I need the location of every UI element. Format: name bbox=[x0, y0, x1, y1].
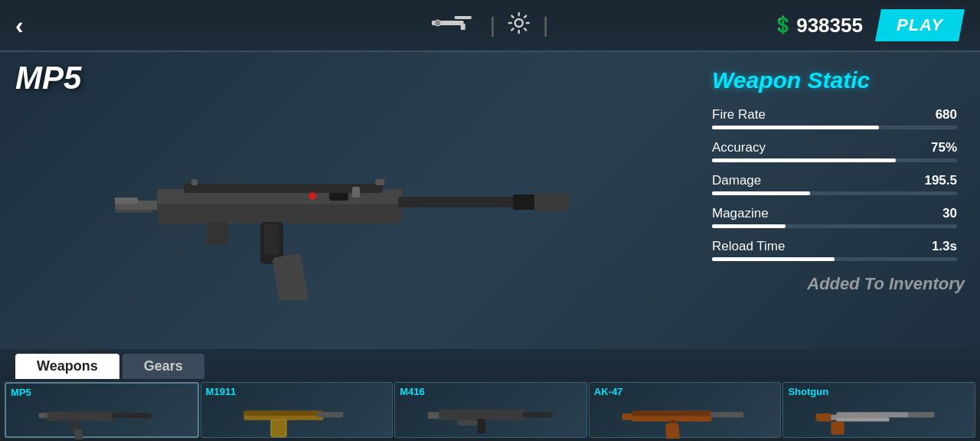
weapon-card-ak47[interactable]: AK-47 bbox=[589, 382, 782, 438]
svg-rect-46 bbox=[837, 412, 910, 417]
svg-rect-16 bbox=[207, 222, 228, 245]
weapon-card-m1911[interactable]: M1911 bbox=[201, 382, 394, 438]
weapon-card-image bbox=[788, 399, 970, 439]
svg-rect-6 bbox=[115, 210, 153, 213]
tabs-container: Weapons Gears bbox=[0, 349, 980, 379]
svg-rect-49 bbox=[908, 412, 935, 417]
stat-value: 30 bbox=[942, 206, 957, 221]
stat-bar-bg bbox=[712, 158, 957, 162]
currency-display: 💲 938355 bbox=[773, 14, 863, 38]
svg-rect-14 bbox=[264, 224, 279, 254]
svg-point-3 bbox=[435, 20, 441, 26]
bottom-section: Weapons Gears MP5 M1911 bbox=[0, 349, 980, 441]
weapon-card-image bbox=[400, 399, 582, 439]
stat-bar-fill bbox=[712, 191, 810, 195]
svg-rect-40 bbox=[632, 411, 711, 416]
tab-gears[interactable]: Gears bbox=[122, 354, 204, 379]
svg-rect-18 bbox=[191, 179, 198, 185]
weapon-name: MP5 bbox=[15, 60, 81, 96]
svg-rect-43 bbox=[665, 423, 681, 439]
svg-rect-20 bbox=[352, 187, 360, 198]
svg-rect-35 bbox=[523, 412, 553, 417]
header-divider2: | bbox=[543, 13, 548, 38]
weapon-card-image bbox=[594, 399, 776, 439]
main-area: MP5 bbox=[0, 52, 980, 349]
weapon-card-m416[interactable]: M416 bbox=[394, 382, 587, 438]
weapon-card-name: M416 bbox=[400, 386, 582, 397]
svg-rect-29 bbox=[243, 411, 323, 416]
gear-icon[interactable] bbox=[508, 11, 531, 40]
svg-rect-48 bbox=[831, 421, 844, 434]
svg-rect-34 bbox=[439, 410, 525, 420]
stat-label: Reload Time bbox=[712, 239, 785, 254]
tab-weapons[interactable]: Weapons bbox=[15, 354, 119, 379]
svg-rect-25 bbox=[112, 413, 152, 418]
weapons-grid: MP5 M1911 bbox=[0, 379, 980, 441]
stat-bar-bg bbox=[712, 257, 957, 261]
stat-bar-fill bbox=[712, 126, 879, 129]
svg-rect-41 bbox=[710, 412, 743, 417]
stat-bar-bg bbox=[712, 191, 957, 195]
header-center: | | bbox=[432, 11, 549, 40]
weapon-card-mp5[interactable]: MP5 bbox=[5, 382, 199, 438]
weapon-card-image bbox=[11, 400, 193, 439]
header-left: ‹ bbox=[15, 11, 24, 40]
weapon-card-image bbox=[206, 399, 388, 439]
svg-rect-23 bbox=[38, 413, 48, 418]
stat-value: 75% bbox=[931, 140, 957, 155]
currency-icon: 💲 bbox=[773, 15, 793, 35]
stat-bar-fill bbox=[712, 257, 835, 261]
weapon-card-name: MP5 bbox=[11, 387, 193, 398]
weapon-image bbox=[107, 116, 582, 300]
stat-bar-fill bbox=[712, 158, 896, 162]
stat-bar-bg bbox=[712, 224, 957, 228]
currency-value: 938355 bbox=[796, 14, 863, 38]
svg-rect-7 bbox=[115, 198, 138, 204]
svg-rect-44 bbox=[816, 413, 833, 421]
weapon-card-name: AK-47 bbox=[594, 386, 776, 397]
svg-point-4 bbox=[515, 19, 523, 27]
stat-accuracy: Accuracy 75% bbox=[712, 140, 957, 162]
svg-rect-47 bbox=[837, 417, 890, 421]
stat-magazine: Magazine 30 bbox=[712, 206, 957, 228]
weapon-card-name: M1911 bbox=[206, 386, 388, 397]
svg-rect-37 bbox=[458, 420, 478, 426]
gun-icon bbox=[432, 13, 478, 38]
svg-rect-27 bbox=[74, 429, 83, 439]
weapon-display bbox=[0, 52, 689, 349]
weapon-card-name: Shotgun bbox=[788, 386, 970, 397]
stats-title: Weapon Static bbox=[712, 67, 957, 93]
header-divider: | bbox=[490, 13, 495, 38]
svg-rect-2 bbox=[461, 24, 466, 30]
svg-rect-12 bbox=[513, 194, 536, 210]
stat-reload-time: Reload Time 1.3s bbox=[712, 239, 957, 261]
stat-label: Accuracy bbox=[712, 140, 766, 155]
svg-rect-21 bbox=[329, 193, 348, 201]
header: ‹ | | 💲 938355 PLAY bbox=[0, 0, 980, 52]
stat-value: 680 bbox=[936, 107, 957, 122]
stats-panel: Weapon Static Fire Rate 680 Accuracy 75%… bbox=[689, 52, 980, 349]
stat-bar-bg bbox=[712, 126, 957, 129]
back-button[interactable]: ‹ bbox=[15, 11, 24, 40]
svg-rect-24 bbox=[47, 412, 114, 421]
svg-rect-1 bbox=[455, 16, 472, 19]
stat-value: 1.3s bbox=[932, 239, 957, 254]
stat-damage: Damage 195.5 bbox=[712, 173, 957, 195]
stat-label: Magazine bbox=[712, 206, 769, 221]
stat-bar-fill bbox=[712, 224, 786, 228]
weapon-card-shotgun[interactable]: Shotgun bbox=[782, 382, 975, 438]
svg-rect-36 bbox=[478, 419, 485, 433]
svg-rect-30 bbox=[316, 412, 343, 417]
stat-label: Damage bbox=[712, 173, 761, 188]
svg-rect-32 bbox=[271, 420, 285, 436]
stat-label: Fire Rate bbox=[712, 107, 766, 122]
svg-rect-17 bbox=[375, 179, 384, 185]
stat-fire-rate: Fire Rate 680 bbox=[712, 107, 957, 129]
svg-point-19 bbox=[309, 192, 316, 200]
play-button[interactable]: PLAY bbox=[875, 9, 965, 41]
svg-rect-22 bbox=[534, 193, 569, 211]
header-right: 💲 938355 PLAY bbox=[773, 9, 965, 41]
svg-rect-15 bbox=[272, 253, 312, 300]
stat-value: 195.5 bbox=[924, 173, 957, 188]
